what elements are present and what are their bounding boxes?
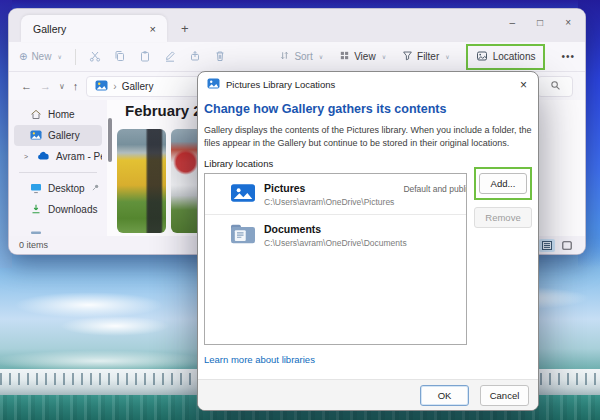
library-locations-row: Pictures C:\Users\avram\OneDrive\Picture… (204, 173, 532, 345)
default-location-badge: Default and public s... (403, 182, 467, 194)
pin-icon (91, 183, 100, 194)
documents-folder-icon (231, 224, 255, 248)
command-toolbar: ⊕ New ∨ Sort ∨ View ∨ (9, 42, 585, 72)
pictures-library-locations-dialog: Pictures Library Locations × Change how … (197, 71, 539, 411)
remove-button[interactable]: Remove (474, 207, 532, 228)
sidebar-divider (19, 172, 97, 173)
onedrive-cloud-icon (37, 151, 50, 163)
list-item-documents[interactable]: Documents C:\Users\avram\OneDrive\Docume… (205, 215, 466, 255)
sidebar-item-onedrive[interactable]: > Avram - Persona (14, 146, 102, 167)
learn-more-link[interactable]: Learn more about libraries (204, 354, 532, 365)
view-button[interactable]: View ∨ (339, 50, 386, 63)
dialog-heading: Change how Gallery gathers its contents (204, 102, 532, 116)
tab-bar: Gallery × + – □ × (9, 9, 585, 42)
maximize-button[interactable]: □ (537, 17, 543, 28)
forward-button[interactable]: → (40, 80, 51, 92)
sidebar-item-home[interactable]: Home (14, 104, 102, 125)
paste-icon[interactable] (139, 48, 151, 66)
photo-thumbnail[interactable] (117, 129, 166, 233)
location-path: C:\Users\avram\OneDrive\Pictures (264, 197, 394, 207)
toolbar-divider (75, 49, 76, 65)
view-grid-icon (339, 50, 350, 63)
gallery-icon (30, 129, 42, 143)
add-button[interactable]: Add... (479, 173, 527, 194)
chevron-down-icon: ∨ (57, 53, 61, 60)
minimize-button[interactable]: – (510, 17, 516, 28)
location-path: C:\Users\avram\OneDrive\Documents (264, 238, 407, 248)
view-toggles (539, 239, 575, 252)
filter-button[interactable]: Filter ∨ (402, 50, 450, 63)
pictures-folder-icon (231, 183, 255, 207)
desktop: Gallery × + – □ × ⊕ New ∨ (0, 0, 600, 420)
gallery-icon (95, 79, 108, 94)
rename-icon[interactable] (164, 48, 176, 66)
desktop-icon (30, 182, 42, 196)
plus-circle-icon: ⊕ (19, 51, 27, 62)
locations-button[interactable]: Locations (493, 51, 536, 62)
cloud (60, 316, 170, 336)
expand-chevron-icon[interactable]: > (24, 153, 31, 160)
dialog-close-icon[interactable]: × (518, 78, 529, 92)
dialog-title: Pictures Library Locations (226, 79, 512, 90)
copy-icon[interactable] (114, 48, 126, 66)
tab-close-icon[interactable]: × (147, 23, 159, 35)
items-count: 0 items (19, 240, 48, 250)
toolbar-right-group: Sort ∨ View ∨ Filter ∨ Locations ••• (279, 44, 575, 70)
recent-locations-button[interactable]: ∨ (59, 82, 65, 91)
new-button[interactable]: ⊕ New ∨ (19, 51, 62, 62)
details-view-toggle[interactable] (539, 239, 555, 252)
sort-icon (279, 50, 290, 63)
search-box[interactable] (537, 76, 573, 97)
sort-button[interactable]: Sort ∨ (279, 50, 323, 63)
close-button[interactable]: × (565, 17, 571, 28)
downloads-icon (30, 203, 42, 217)
up-button[interactable]: ↑ (73, 80, 79, 92)
sidebar-item-gallery[interactable]: Gallery (14, 125, 102, 146)
library-locations-list: Pictures C:\Users\avram\OneDrive\Picture… (204, 173, 467, 345)
thumbnail-view-toggle[interactable] (559, 239, 575, 252)
home-icon (30, 108, 42, 122)
share-icon[interactable] (189, 48, 201, 66)
breadcrumb-gallery[interactable]: Gallery (122, 81, 154, 92)
cancel-button[interactable]: Cancel (480, 385, 529, 406)
dialog-content: Change how Gallery gathers its contents … (198, 97, 538, 379)
dialog-title-bar: Pictures Library Locations × (198, 72, 538, 97)
chevron-down-icon: ∨ (445, 53, 449, 60)
ok-button[interactable]: OK (420, 385, 469, 406)
new-tab-button[interactable]: + (181, 22, 189, 35)
navigation-pane: Home Gallery > Avram - Persona Desktop (9, 100, 107, 238)
dialog-footer: OK Cancel (198, 379, 538, 410)
pictures-library-icon (207, 76, 220, 94)
delete-icon[interactable] (214, 48, 226, 66)
chevron-down-icon: ∨ (382, 53, 386, 60)
location-name: Pictures (264, 182, 394, 194)
tab-title: Gallery (33, 23, 147, 35)
add-button-annotation: Add... (474, 167, 532, 200)
search-icon (550, 77, 561, 95)
cut-icon[interactable] (89, 48, 101, 66)
filter-funnel-icon (402, 50, 413, 63)
see-more-button[interactable]: ••• (561, 51, 575, 62)
locations-button-annotation: Locations (466, 44, 546, 70)
location-name: Documents (264, 223, 407, 235)
sidebar-item-desktop[interactable]: Desktop (14, 178, 102, 199)
dialog-description: Gallery displays the contents of the Pic… (204, 124, 532, 149)
list-item-pictures[interactable]: Pictures C:\Users\avram\OneDrive\Picture… (205, 174, 466, 215)
dialog-side-buttons: Add... Remove (474, 173, 532, 345)
locations-image-icon (476, 50, 488, 64)
window-controls: – □ × (510, 17, 571, 28)
cloud (14, 292, 164, 318)
folder-icon (30, 225, 42, 236)
sidebar-item-downloads[interactable]: Downloads (14, 199, 102, 220)
chevron-down-icon: ∨ (319, 53, 323, 60)
tab-gallery[interactable]: Gallery × (21, 15, 167, 42)
back-button[interactable]: ← (21, 80, 32, 92)
scrollbar-thumb[interactable] (108, 118, 112, 162)
